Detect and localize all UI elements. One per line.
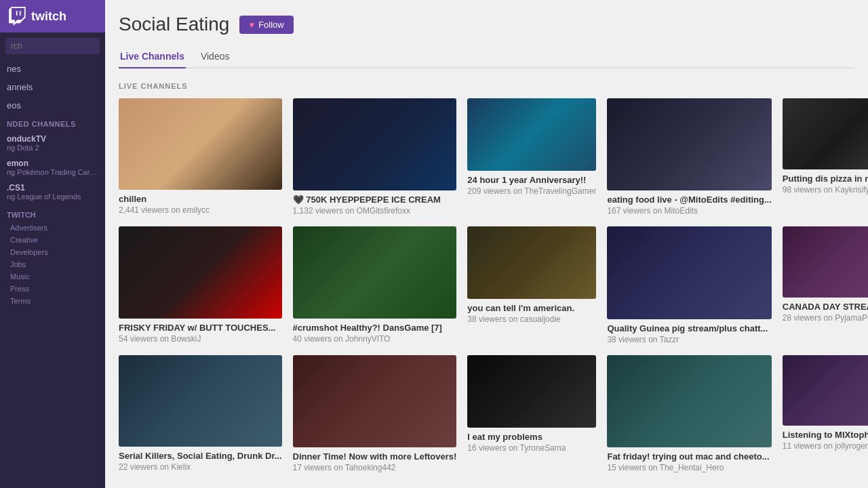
channel-card-12[interactable]: I eat my problems16 viewers on TyroneSam… [467, 355, 596, 472]
channel-thumb-0 [119, 98, 282, 190]
channel-card-0[interactable]: chillen2,441 viewers on emilycc [119, 98, 282, 216]
channel-meta-3: 167 viewers on MitoEdits [607, 206, 771, 216]
channel-meta-5: 54 viewers on BowskiJ [119, 334, 282, 344]
channel-meta-10: 22 viewers on Kielix [119, 462, 282, 472]
channel-thumb-8 [607, 226, 771, 319]
sidebar-nav-games[interactable]: nes [0, 60, 105, 78]
channel-meta-1: 1,132 viewers on OMGitsfirefoxx [293, 206, 457, 216]
sidebar-channel-eevemon[interactable]: emon ng Pokémon Trading Card... [0, 155, 105, 180]
channel-card-2[interactable]: 24 hour 1 year Anniversary!!209 viewers … [467, 98, 596, 216]
channel-title-8: Quality Guinea pig stream/plus chatt... [607, 323, 771, 333]
channel-card-14[interactable]: Listening to MIXtopher and f...11 viewer… [783, 355, 868, 472]
recommended-section-label: NDED CHANNELS [0, 115, 105, 131]
channel-meta-14: 11 viewers on jollyroger85 [783, 441, 868, 451]
channel-thumb-7 [467, 226, 596, 299]
channel-thumb-3 [607, 98, 771, 190]
page-header: Social Eating ♥ Follow [119, 14, 854, 35]
channel-meta-9: 28 viewers on PyjamaPantsPlays [783, 313, 868, 323]
channel-title-14: Listening to MIXtopher and f... [783, 430, 868, 440]
svg-rect-0 [20, 11, 21, 16]
tabs-bar: Live Channels Videos [119, 45, 854, 68]
channel-card-1[interactable]: 🖤 750K HYEPPEPEPE ICE CREAM1,132 viewers… [293, 98, 457, 216]
channel-card-8[interactable]: Quality Guinea pig stream/plus chatt...3… [607, 226, 771, 344]
channel-thumb-9 [783, 226, 868, 298]
tab-videos[interactable]: Videos [199, 45, 231, 68]
channel-meta-7: 38 viewers on casualjodie [467, 314, 596, 324]
channel-title-4: Putting dis pizza in my mout... [783, 174, 868, 184]
channel-card-11[interactable]: Dinner Time! Now with more Leftovers!17 … [293, 355, 457, 472]
sidebar-link-developers[interactable]: Developers [0, 246, 105, 258]
channel-card-6[interactable]: #crumshot Healthy?! DansGame [7]40 viewe… [293, 226, 457, 344]
search-bar[interactable] [0, 33, 105, 60]
main-content: Social Eating ♥ Follow Live Channels Vid… [105, 0, 868, 488]
channel-card-7[interactable]: you can tell i'm american.38 viewers on … [467, 226, 596, 344]
channel-meta-0: 2,441 viewers on emilycc [119, 205, 282, 215]
channel-title-12: I eat my problems [467, 432, 596, 442]
channel-thumb-1 [293, 98, 457, 190]
sidebar-logo[interactable]: twitch [0, 0, 105, 33]
channel-meta-4: 98 viewers on Kaykrisify [783, 185, 868, 195]
channel-card-13[interactable]: Fat friday! trying out mac and cheeto...… [607, 355, 771, 472]
tab-live-channels[interactable]: Live Channels [119, 45, 186, 68]
channel-title-13: Fat friday! trying out mac and cheeto... [607, 451, 771, 462]
channel-card-3[interactable]: eating food live - @MitoEdits #editing..… [607, 98, 771, 216]
channels-grid: chillen2,441 viewers on emilycc🖤 750K HY… [119, 98, 854, 472]
channel-meta-2: 209 viewers on TheTravelingGamer [467, 186, 596, 196]
channel-thumb-2 [467, 98, 596, 171]
sidebar-nav-videos[interactable]: eos [0, 96, 105, 115]
channel-meta-11: 17 viewers on Tahoeking442 [293, 463, 457, 472]
channel-meta-6: 40 viewers on JohnnyVITO [293, 334, 457, 344]
channel-thumb-11 [293, 355, 457, 447]
channel-card-5[interactable]: FRISKY FRIDAY w/ BUTT TOUCHES...54 viewe… [119, 226, 282, 344]
sidebar-channel-lcs1[interactable]: .CS1 ng League of Legends [0, 180, 105, 204]
sidebar-link-creative[interactable]: Creative [0, 234, 105, 246]
follow-button[interactable]: ♥ Follow [239, 16, 293, 34]
channel-meta-12: 16 viewers on TyroneSama [467, 443, 596, 453]
twitch-text: twitch [31, 9, 66, 24]
search-input[interactable] [5, 38, 100, 54]
channel-card-9[interactable]: CANADA DAY STREAM. Ti...28 viewers on Py… [783, 226, 868, 344]
sidebar-link-jobs[interactable]: Jobs [0, 258, 105, 270]
channel-title-1: 🖤 750K HYEPPEPEPE ICE CREAM [293, 195, 457, 205]
channel-title-0: chillen [119, 194, 282, 204]
sidebar-channel-ponduck[interactable]: onduckTV ng Dota 2 [0, 131, 105, 155]
channel-thumb-14 [783, 355, 868, 426]
page-title: Social Eating [119, 14, 229, 35]
sidebar-link-terms[interactable]: Terms [0, 295, 105, 307]
section-label: LIVE CHANNELS [119, 82, 854, 90]
svg-rect-1 [16, 11, 18, 16]
channel-title-9: CANADA DAY STREAM. Ti... [783, 302, 868, 312]
sidebar-link-press[interactable]: Press [0, 283, 105, 295]
sidebar-link-music[interactable]: Music [0, 270, 105, 283]
channel-title-3: eating food live - @MitoEdits #editing..… [607, 195, 771, 205]
channel-thumb-6 [293, 226, 457, 319]
channel-thumb-5 [119, 226, 282, 318]
sidebar-nav-channels[interactable]: annels [0, 78, 105, 96]
channel-meta-13: 15 viewers on The_Hentai_Hero [607, 463, 771, 472]
channel-thumb-12 [467, 355, 596, 428]
heart-icon: ♥ [249, 20, 254, 30]
channel-title-10: Serial Killers, Social Eating, Drunk Dr.… [119, 451, 282, 461]
channel-title-2: 24 hour 1 year Anniversary!! [467, 175, 596, 185]
channel-title-11: Dinner Time! Now with more Leftovers! [293, 451, 457, 462]
channel-title-5: FRISKY FRIDAY w/ BUTT TOUCHES... [119, 323, 282, 333]
channel-card-4[interactable]: Putting dis pizza in my mout...98 viewer… [783, 98, 868, 216]
channel-card-10[interactable]: Serial Killers, Social Eating, Drunk Dr.… [119, 355, 282, 472]
sidebar: twitch nes annels eos NDED CHANNELS ondu… [0, 0, 105, 488]
twitch-logo-icon [8, 7, 27, 26]
channel-title-6: #crumshot Healthy?! DansGame [7] [293, 323, 457, 333]
follow-label: Follow [258, 20, 284, 30]
channel-thumb-10 [119, 355, 282, 447]
channel-title-7: you can tell i'm american. [467, 303, 596, 313]
sidebar-link-advertisers[interactable]: Advertisers [0, 222, 105, 234]
twitch-section-label: TWITCH [0, 204, 105, 222]
channel-thumb-4 [783, 98, 868, 169]
channel-meta-8: 38 viewers on Tazzr [607, 335, 771, 344]
channel-thumb-13 [607, 355, 771, 447]
